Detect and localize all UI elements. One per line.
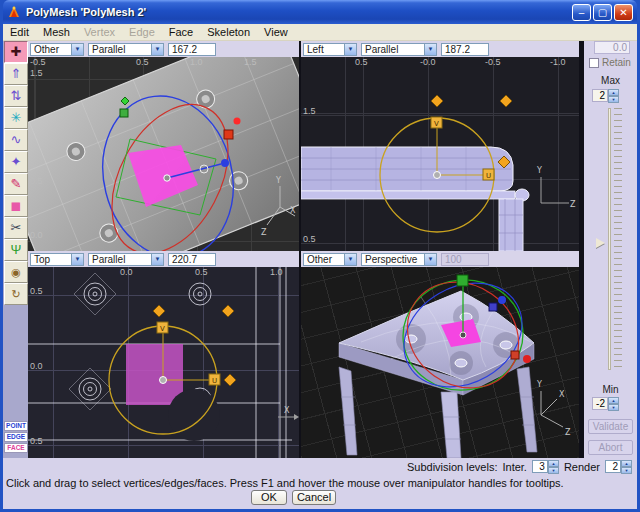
create-polygon-tool[interactable]: ◼	[4, 195, 28, 217]
spinner-down-icon[interactable]: ▼	[621, 467, 632, 474]
orange-marker[interactable]	[224, 374, 236, 386]
menu-edit[interactable]: Edit	[3, 25, 36, 39]
app-icon	[7, 5, 21, 19]
projection-select-tl[interactable]: Parallel ▼	[88, 43, 164, 56]
ruler-label: 1.0	[190, 58, 203, 67]
mode-face-button[interactable]: FACE	[4, 443, 28, 453]
chevron-down-icon[interactable]: ▼	[151, 254, 163, 265]
minimize-button[interactable]: –	[572, 4, 591, 21]
ruler-label: 1.5	[303, 107, 316, 116]
viewport-tr-controls: Left ▼ Parallel ▼	[301, 41, 579, 57]
viewport-bottom-right[interactable]: Y X Z	[301, 267, 579, 458]
ruler-label: -0.5	[30, 58, 46, 67]
ruler-label: 0.5	[30, 437, 43, 446]
chevron-down-icon[interactable]: ▼	[71, 254, 83, 265]
chevron-down-icon[interactable]: ▼	[151, 44, 163, 55]
viewport-br-controls: Other ▼ Perspective ▼	[301, 251, 579, 267]
menu-vertex: Vertex	[77, 25, 122, 39]
select-move-tool[interactable]: ✚	[4, 41, 28, 63]
svg-text:Z: Z	[261, 228, 267, 237]
zoom-field-tr[interactable]	[441, 43, 489, 56]
stool-side-wireframe	[301, 147, 529, 251]
window-title: PolyMesh 'PolyMesh 2'	[26, 6, 570, 18]
green-axis-handle[interactable]	[457, 275, 468, 286]
ok-button[interactable]: OK	[251, 490, 287, 505]
workspace: ✚ ⇑ ⇅ ✳ ∿ ✦ ✎ ◼ ✂ Ψ ◉ ↻ POINT EDGE FACE …	[3, 41, 637, 458]
ruler-label: 1.5	[244, 58, 257, 67]
inter-spinner[interactable]: 3 ▲▼	[532, 460, 559, 473]
chevron-down-icon[interactable]: ▼	[71, 44, 83, 55]
menu-skeleton[interactable]: Skeleton	[200, 25, 257, 39]
svg-text:X: X	[284, 406, 290, 415]
render-spinner[interactable]: 2 ▲▼	[605, 460, 632, 473]
selected-face[interactable]	[126, 344, 183, 405]
ruler-label: 0.0	[30, 231, 43, 240]
zoom-field-tl[interactable]	[168, 43, 216, 56]
view-select-br[interactable]: Other ▼	[303, 253, 357, 266]
svg-text:U: U	[486, 172, 491, 180]
mode-edge-button[interactable]: EDGE	[4, 432, 28, 442]
menu-edge: Edge	[122, 25, 162, 39]
close-button[interactable]: ✕	[614, 4, 633, 21]
weld-vertices-tool[interactable]: ✳	[4, 107, 28, 129]
spinner-down-icon[interactable]: ▼	[548, 467, 559, 474]
ruler-label: 0.5	[303, 235, 316, 244]
chevron-down-icon[interactable]: ▼	[344, 254, 356, 265]
mode-point-button[interactable]: POINT	[4, 421, 28, 431]
spinner-down-icon: ▼	[608, 96, 619, 103]
spinner-up-icon: ▲	[608, 89, 619, 96]
maximize-button[interactable]: ▢	[593, 4, 612, 21]
ruler-label: 0.0	[30, 362, 43, 371]
projection-select-br[interactable]: Perspective ▼	[361, 253, 437, 266]
zoom-field-bl[interactable]	[168, 253, 216, 266]
blue-axis-handle[interactable]	[221, 159, 229, 167]
menu-view[interactable]: View	[257, 25, 295, 39]
status-text: Click and drag to select vertices/edges/…	[6, 477, 564, 489]
orange-marker[interactable]	[500, 95, 512, 107]
orange-marker[interactable]	[222, 305, 234, 317]
tweak-vertices-tool[interactable]: ✦	[4, 151, 28, 173]
spinner-up-icon[interactable]: ▲	[621, 460, 632, 467]
red-marker[interactable]	[234, 118, 241, 125]
projection-select-tr[interactable]: Parallel ▼	[361, 43, 437, 56]
inset-faces-tool[interactable]: ⇅	[4, 85, 28, 107]
viewport-bottom-left[interactable]: V U X 0.0 0.5 1.0 0.5 0.0 0.5	[28, 267, 299, 458]
orange-marker[interactable]	[431, 95, 443, 107]
range-slider-thumb[interactable]	[596, 238, 605, 248]
chevron-down-icon[interactable]: ▼	[344, 44, 356, 55]
svg-text:V: V	[160, 325, 165, 333]
magnet-move-tool[interactable]: ◉	[4, 261, 28, 283]
projection-select-bl[interactable]: Parallel ▼	[88, 253, 164, 266]
svg-text:V: V	[434, 120, 439, 128]
zoom-field-br	[441, 253, 489, 266]
abort-button: Abort	[588, 440, 633, 455]
menu-face[interactable]: Face	[162, 25, 200, 39]
retain-checkbox[interactable]	[589, 58, 599, 68]
polymesh-window: PolyMesh 'PolyMesh 2' – ▢ ✕ Edit Mesh Ve…	[0, 0, 640, 512]
view-select-tr[interactable]: Left ▼	[303, 43, 357, 56]
extrude-faces-tool[interactable]: ⇑	[4, 63, 28, 85]
view-select-bl[interactable]: Top ▼	[30, 253, 84, 266]
range-slider-ruler	[614, 108, 622, 370]
ruler-label: -0.5	[485, 58, 501, 67]
cancel-button[interactable]: Cancel	[292, 490, 336, 505]
chevron-down-icon[interactable]: ▼	[424, 254, 436, 265]
red-marker[interactable]	[523, 355, 531, 363]
viewport-top-left[interactable]: Y X Z -0.5 0.5 1.0 1.5 1.5 0.5 0.0	[28, 57, 299, 251]
blue-marker[interactable]	[498, 296, 506, 304]
view-select-tl[interactable]: Other ▼	[30, 43, 84, 56]
chevron-down-icon[interactable]: ▼	[424, 44, 436, 55]
orange-marker[interactable]	[153, 305, 165, 317]
magnet-rotate-tool[interactable]: ↻	[4, 283, 28, 305]
svg-text:Z: Z	[570, 200, 576, 209]
knife-tool[interactable]: ✎	[4, 173, 28, 195]
skeleton-tool[interactable]: Ψ	[4, 239, 28, 261]
max-spinner: 2 ▲▼	[592, 89, 619, 102]
axis-gizmo	[541, 177, 569, 203]
spinner-up-icon[interactable]: ▲	[548, 460, 559, 467]
ruler-label: -1.0	[550, 58, 566, 67]
cut-curve-tool[interactable]: ✂	[4, 217, 28, 239]
bend-edges-tool[interactable]: ∿	[4, 129, 28, 151]
viewport-top-right[interactable]: V U Y Z 0.5 -0.0 -0.5 -1.0 1.5 0.5	[301, 57, 579, 251]
menu-mesh[interactable]: Mesh	[36, 25, 77, 39]
